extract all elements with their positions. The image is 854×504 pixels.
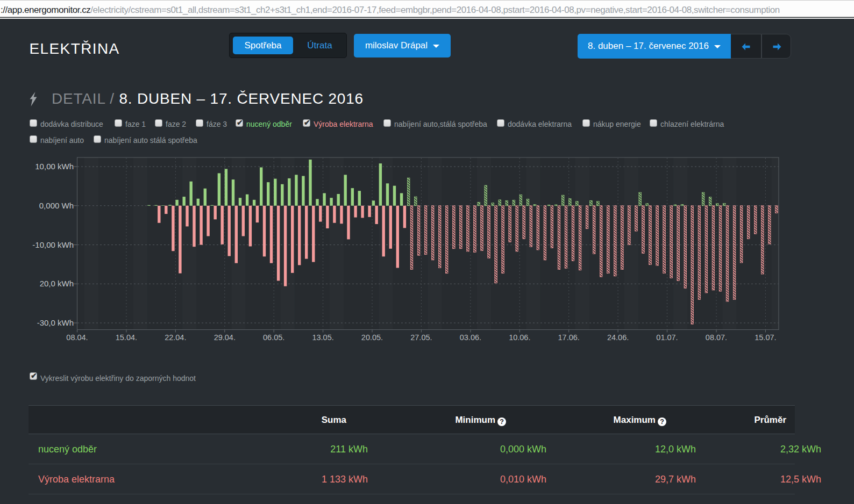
svg-text:17.06.: 17.06. bbox=[558, 333, 580, 342]
svg-text:20,0 kWh: 20,0 kWh bbox=[40, 279, 74, 288]
svg-text:20.05.: 20.05. bbox=[361, 333, 383, 342]
svg-text:29.04.: 29.04. bbox=[214, 333, 236, 342]
svg-text:08.07.: 08.07. bbox=[706, 333, 727, 342]
svg-text:15.07.: 15.07. bbox=[755, 333, 776, 342]
svg-text:01.07.: 01.07. bbox=[656, 333, 678, 342]
svg-text:15.04.: 15.04. bbox=[116, 333, 137, 342]
svg-text:27.05.: 27.05. bbox=[410, 333, 432, 342]
svg-text:22.04.: 22.04. bbox=[165, 333, 186, 342]
svg-text:10.06.: 10.06. bbox=[509, 333, 530, 342]
svg-text:03.06.: 03.06. bbox=[460, 333, 481, 342]
svg-text:0,000 Wh: 0,000 Wh bbox=[39, 201, 74, 210]
svg-text:-10,00 kWh: -10,00 kWh bbox=[32, 240, 74, 249]
svg-text:24.06.: 24.06. bbox=[607, 333, 629, 342]
svg-text:08.04.: 08.04. bbox=[66, 333, 88, 342]
svg-text:-30,0 kWh: -30,0 kWh bbox=[37, 318, 74, 327]
svg-text:13.05.: 13.05. bbox=[312, 333, 333, 342]
svg-text:06.05.: 06.05. bbox=[263, 333, 284, 342]
svg-text:10,00 kWh: 10,00 kWh bbox=[35, 162, 74, 171]
